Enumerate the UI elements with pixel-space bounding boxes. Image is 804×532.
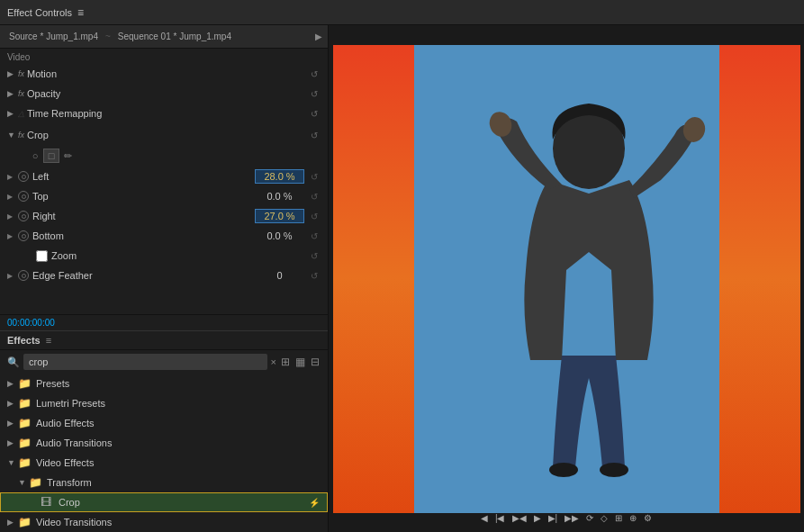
safe-margins-btn[interactable]: ⊞ xyxy=(613,511,624,525)
opacity-name: Opacity xyxy=(27,88,308,99)
search-icon-folder[interactable]: ⊞ xyxy=(280,355,291,369)
timecode-value: 00:00:00:00 xyxy=(7,318,55,328)
step-back-btn[interactable]: |◀ xyxy=(493,511,507,525)
output-btn[interactable]: ⊕ xyxy=(628,511,638,525)
search-icon-grid[interactable]: ▦ xyxy=(294,355,306,369)
tree-crop[interactable]: 🎞 Crop ⚡ xyxy=(0,492,328,512)
video-transitions-folder-icon: 📁 xyxy=(18,516,32,528)
audio-effects-chevron: ▶ xyxy=(7,419,18,428)
edge-feather-row: ▶ Edge Feather 0 ↺ xyxy=(0,266,328,285)
source-tab-1[interactable]: Source * Jump_1.mp4 xyxy=(5,30,102,43)
time-remapping-reset[interactable]: ↺ xyxy=(308,107,321,120)
time-remapping-name: Time Remapping xyxy=(27,108,308,119)
source-tabs: Source * Jump_1.mp4 ~ Sequence 01 * Jump… xyxy=(0,25,328,49)
top-circle xyxy=(18,191,29,202)
top-chevron: ▶ xyxy=(7,193,18,201)
search-icons-right: ⊞ ▦ ⊟ xyxy=(280,355,321,369)
header-title-container: Effect Controls ≡ xyxy=(7,6,84,19)
tree-lumetri-presets[interactable]: ▶ 📁 Lumetri Presets xyxy=(0,393,328,413)
opacity-badge: fx xyxy=(18,89,24,98)
video-effects-folder-icon: 📁 xyxy=(18,456,32,469)
top-param-name: Top xyxy=(32,191,255,202)
crop-ellipse-icon[interactable]: ○ xyxy=(27,149,43,163)
tree-video-transitions[interactable]: ▶ 📁 Video Transitions xyxy=(0,512,328,532)
tab-separator: ~ xyxy=(105,32,111,41)
crop-rectangle-icon[interactable]: □ xyxy=(43,149,59,163)
fx-opacity-row[interactable]: ▶ fx Opacity ↺ xyxy=(0,84,328,104)
bottom-circle-inner xyxy=(22,234,26,239)
fx-motion-row[interactable]: ▶ fx Motion ↺ xyxy=(0,64,328,84)
left-panel: Source * Jump_1.mp4 ~ Sequence 01 * Jump… xyxy=(0,25,329,532)
play-back-btn[interactable]: ▶◀ xyxy=(510,511,528,525)
video-effects-chevron: ▼ xyxy=(7,458,18,467)
loop-btn[interactable]: ⟳ xyxy=(584,511,595,525)
video-transitions-chevron: ▶ xyxy=(7,518,18,527)
fx-time-remapping-row[interactable]: ▶ △ Time Remapping ↺ xyxy=(0,104,328,123)
next-frame-btn[interactable]: ▶| xyxy=(547,511,560,525)
audio-effects-folder-icon: 📁 xyxy=(18,417,32,429)
search-icon-list[interactable]: ⊟ xyxy=(310,355,321,369)
play-btn[interactable]: ▶ xyxy=(532,511,543,525)
source-tab-2[interactable]: Sequence 01 * Jump_1.mp4 xyxy=(114,30,235,43)
zoom-reset[interactable]: ↺ xyxy=(308,249,321,262)
header-menu-icon[interactable]: ≡ xyxy=(77,6,84,19)
tree-presets[interactable]: ▶ 📁 Presets xyxy=(0,374,328,393)
opacity-reset[interactable]: ↺ xyxy=(308,87,321,100)
right-param-value[interactable]: 27.0 % xyxy=(255,209,304,223)
tree-audio-effects[interactable]: ▶ 📁 Audio Effects xyxy=(0,413,328,433)
search-clear-icon[interactable]: × xyxy=(271,356,276,367)
feather-param-name: Edge Feather xyxy=(32,270,255,281)
crop-section: ▼ fx Crop ↺ ○ □ ✏ ▶ Left xyxy=(0,123,328,287)
bottom-param-value[interactable]: 0.0 % xyxy=(255,230,304,241)
zoom-label: Zoom xyxy=(51,250,77,261)
feather-param-value[interactable]: 0 xyxy=(255,270,304,281)
main-content: Source * Jump_1.mp4 ~ Sequence 01 * Jump… xyxy=(0,25,804,532)
motion-reset[interactable]: ↺ xyxy=(308,68,321,80)
crop-left-row: ▶ Left 28.0 % ↺ xyxy=(0,167,328,186)
lumetri-folder-icon: 📁 xyxy=(18,397,32,410)
settings-btn[interactable]: ⚙ xyxy=(642,511,654,525)
orange-left-bar xyxy=(333,45,414,513)
opacity-chevron: ▶ xyxy=(7,89,18,98)
crop-name: Crop xyxy=(27,130,308,140)
right-param-reset[interactable]: ↺ xyxy=(308,210,321,222)
crop-pen-icon[interactable]: ✏ xyxy=(59,149,76,163)
feather-param-reset[interactable]: ↺ xyxy=(308,269,321,282)
right-circle xyxy=(18,211,29,221)
bottom-param-reset[interactable]: ↺ xyxy=(308,230,321,242)
video-preview: ◀ |◀ ▶◀ ▶ ▶| ▶▶ ⟳ ◇ ⊞ ⊕ ⚙ xyxy=(329,25,804,532)
right-chevron: ▶ xyxy=(7,212,18,221)
effects-title: Effects xyxy=(7,335,41,346)
left-circle xyxy=(18,171,29,182)
crop-right-row: ▶ Right 27.0 % ↺ xyxy=(0,206,328,226)
tree-transform[interactable]: ▼ 📁 Transform xyxy=(0,473,328,492)
transform-name: Transform xyxy=(47,477,321,488)
top-param-value[interactable]: 0.0 % xyxy=(255,191,304,202)
tree-audio-transitions[interactable]: ▶ 📁 Audio Transitions xyxy=(0,433,328,453)
crop-reset[interactable]: ↺ xyxy=(308,129,321,141)
presets-name: Presets xyxy=(36,378,321,389)
zoom-checkbox[interactable] xyxy=(36,250,48,262)
effects-menu-icon[interactable]: ≡ xyxy=(46,335,51,346)
top-param-reset[interactable]: ↺ xyxy=(308,190,321,203)
search-input[interactable] xyxy=(23,354,267,370)
left-param-value[interactable]: 28.0 % xyxy=(255,169,304,184)
play-forward-btn[interactable]: ▶▶ xyxy=(563,511,581,525)
tree-video-effects[interactable]: ▼ 📁 Video Effects xyxy=(0,453,328,473)
search-icon: 🔍 xyxy=(7,356,20,368)
crop-icons-row: ○ □ ✏ xyxy=(0,145,328,167)
left-param-reset[interactable]: ↺ xyxy=(308,170,321,183)
crop-header-row[interactable]: ▼ fx Crop ↺ xyxy=(0,125,328,145)
right-param-name: Right xyxy=(32,211,255,221)
prev-frame-btn[interactable]: ◀ xyxy=(479,511,490,525)
search-bar: 🔍 × ⊞ ▦ ⊟ xyxy=(0,350,328,374)
person-svg xyxy=(458,90,710,495)
bottom-circle xyxy=(18,230,29,241)
right-circle-inner xyxy=(22,214,26,219)
time-remapping-chevron: ▶ xyxy=(7,109,18,118)
marker-btn[interactable]: ◇ xyxy=(599,511,610,525)
tab-arrow[interactable]: ▶ xyxy=(315,32,322,41)
motion-name: Motion xyxy=(27,68,308,79)
time-remapping-badge: △ xyxy=(18,109,24,118)
video-transitions-name: Video Transitions xyxy=(36,517,321,527)
